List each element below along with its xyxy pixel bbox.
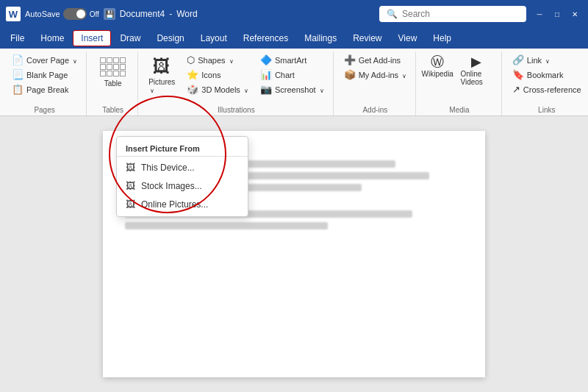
blank-page-button[interactable]: 📃 Blank Page xyxy=(7,68,82,82)
bookmark-icon: 🔖 xyxy=(512,69,524,80)
smartart-button[interactable]: 🔷 SmartArt xyxy=(256,53,329,67)
links-group-label: Links xyxy=(538,106,555,115)
tables-group-label: Tables xyxy=(102,106,123,115)
cover-page-icon: 📄 xyxy=(12,54,24,65)
search-icon: 🔍 xyxy=(387,9,398,19)
blank-page-icon: 📃 xyxy=(12,69,24,80)
menu-insert[interactable]: Insert xyxy=(73,30,111,46)
content-area xyxy=(0,116,588,392)
wikipedia-button[interactable]: Ⓦ Wikipedia xyxy=(422,53,453,80)
link-label: Link ∨ xyxy=(527,56,550,65)
this-device-icon: 🖼 xyxy=(126,162,135,173)
autosave-toggle[interactable] xyxy=(63,8,87,20)
chart-button[interactable]: 📊 Chart xyxy=(256,68,329,82)
addins-group-label: Add-ins xyxy=(362,106,387,115)
menu-mailings[interactable]: Mailings xyxy=(297,31,344,46)
3d-models-label: 3D Models ∨ xyxy=(201,85,248,94)
3d-models-icon: 🎲 xyxy=(187,84,198,95)
maximize-button[interactable]: □ xyxy=(550,7,564,21)
online-videos-button[interactable]: ▶ Online Videos xyxy=(456,53,496,88)
ribbon: 📄 Cover Page ∨ 📃 Blank Page 📋 Page Break… xyxy=(0,49,588,116)
icons-label: Icons xyxy=(201,71,220,79)
cover-page-button[interactable]: 📄 Cover Page ∨ xyxy=(7,53,82,67)
shapes-icon: ⬡ xyxy=(187,54,195,65)
menu-draw[interactable]: Draw xyxy=(112,31,148,46)
app-logo-letter: W xyxy=(9,9,18,20)
menu-design[interactable]: Design xyxy=(149,31,191,46)
app-title: Word xyxy=(176,9,197,19)
doc-line xyxy=(125,222,328,229)
illustrations-group-label: Illustrations xyxy=(218,106,255,115)
bookmark-button[interactable]: 🔖 Bookmark xyxy=(508,68,586,82)
stock-images-item[interactable]: 🖼 Stock Images... xyxy=(117,177,248,195)
chart-icon: 📊 xyxy=(260,69,272,80)
blank-page-label: Blank Page xyxy=(26,71,68,79)
ribbon-group-media: Ⓦ Wikipedia ▶ Online Videos Media xyxy=(417,51,502,115)
save-icon[interactable]: 💾 xyxy=(104,8,115,20)
get-addins-icon: ➕ xyxy=(344,54,356,65)
cover-page-label: Cover Page ∨ xyxy=(26,56,77,65)
smartart-label: SmartArt xyxy=(275,56,306,65)
ribbon-group-addins: ➕ Get Add-ins 📦 My Add-ins ∨ Add-ins xyxy=(335,51,416,115)
online-pictures-label: Online Pictures... xyxy=(141,199,208,210)
menu-layout[interactable]: Layout xyxy=(193,31,234,46)
doc-title: Document4 xyxy=(120,9,165,19)
link-icon: 🔗 xyxy=(512,54,524,65)
my-addins-icon: 📦 xyxy=(344,69,356,80)
menu-references[interactable]: References xyxy=(236,31,295,46)
menu-help[interactable]: Help xyxy=(426,31,459,46)
my-addins-label: My Add-ins ∨ xyxy=(359,71,406,79)
media-group-label: Media xyxy=(449,106,469,115)
pictures-label: Pictures ∨ xyxy=(148,78,175,94)
this-device-label: This Device... xyxy=(141,163,195,173)
menu-review[interactable]: Review xyxy=(345,31,389,46)
online-pictures-icon: 🖼 xyxy=(126,199,135,210)
cross-reference-icon: ↗ xyxy=(512,84,520,95)
shapes-button[interactable]: ⬡ Shapes ∨ xyxy=(182,53,253,67)
get-addins-button[interactable]: ➕ Get Add-ins xyxy=(340,53,411,67)
toggle-knob xyxy=(76,10,85,18)
ribbon-group-pages: 📄 Cover Page ∨ 📃 Blank Page 📋 Page Break… xyxy=(3,51,87,115)
smartart-icon: 🔷 xyxy=(260,54,272,65)
page-break-button[interactable]: 📋 Page Break xyxy=(7,82,82,96)
close-button[interactable]: ✕ xyxy=(567,7,582,21)
window-controls: ─ □ ✕ xyxy=(532,7,582,21)
menu-file[interactable]: File xyxy=(3,31,32,46)
my-addins-button[interactable]: 📦 My Add-ins ∨ xyxy=(340,68,411,82)
autosave-label: AutoSave xyxy=(25,10,60,18)
menu-view[interactable]: View xyxy=(391,31,425,46)
insert-picture-dropdown: Insert Picture From 🖼 This Device... 🖼 S… xyxy=(116,136,248,217)
stock-images-icon: 🖼 xyxy=(126,180,135,191)
shapes-label: Shapes ∨ xyxy=(198,56,233,65)
cross-reference-label: Cross-reference xyxy=(523,85,581,94)
screenshot-button[interactable]: 📷 Screenshot ∨ xyxy=(256,82,329,96)
screenshot-label: Screenshot ∨ xyxy=(275,85,324,94)
wikipedia-label: Wikipedia xyxy=(422,70,453,78)
link-button[interactable]: 🔗 Link ∨ xyxy=(508,53,586,67)
chart-label: Chart xyxy=(275,71,295,79)
ribbon-group-links: 🔗 Link ∨ 🔖 Bookmark ↗ Cross-reference Li… xyxy=(503,51,588,115)
minimize-button[interactable]: ─ xyxy=(532,7,547,21)
ribbon-group-tables: Table Tables xyxy=(88,51,138,115)
get-addins-label: Get Add-ins xyxy=(359,56,401,65)
ribbon-group-illustrations: 🖼 Pictures ∨ ⬡ Shapes ∨ ⭐ Icons 🎲 xyxy=(140,51,333,115)
icons-button[interactable]: ⭐ Icons xyxy=(182,68,253,82)
pictures-icon: 🖼 xyxy=(153,56,171,76)
this-device-item[interactable]: 🖼 This Device... xyxy=(117,158,248,177)
page-break-icon: 📋 xyxy=(12,84,24,95)
search-box[interactable]: 🔍 xyxy=(379,6,526,22)
page-break-label: Page Break xyxy=(26,85,68,94)
stock-images-label: Stock Images... xyxy=(141,181,202,191)
online-videos-label: Online Videos xyxy=(460,70,492,86)
menu-home[interactable]: Home xyxy=(33,31,71,46)
3d-models-button[interactable]: 🎲 3D Models ∨ xyxy=(182,82,253,96)
search-input[interactable] xyxy=(402,9,519,19)
toggle-state-label: Off xyxy=(90,10,99,18)
app-title-separator: - xyxy=(169,9,172,19)
online-pictures-item[interactable]: 🖼 Online Pictures... xyxy=(117,195,248,213)
cross-reference-button[interactable]: ↗ Cross-reference xyxy=(508,82,586,96)
title-bar: W AutoSave Off 💾 Document4 - Word 🔍 ─ □ … xyxy=(0,0,588,28)
bookmark-label: Bookmark xyxy=(527,71,564,79)
pictures-button[interactable]: 🖼 Pictures ∨ xyxy=(144,53,179,97)
table-button[interactable]: Table xyxy=(93,53,133,90)
